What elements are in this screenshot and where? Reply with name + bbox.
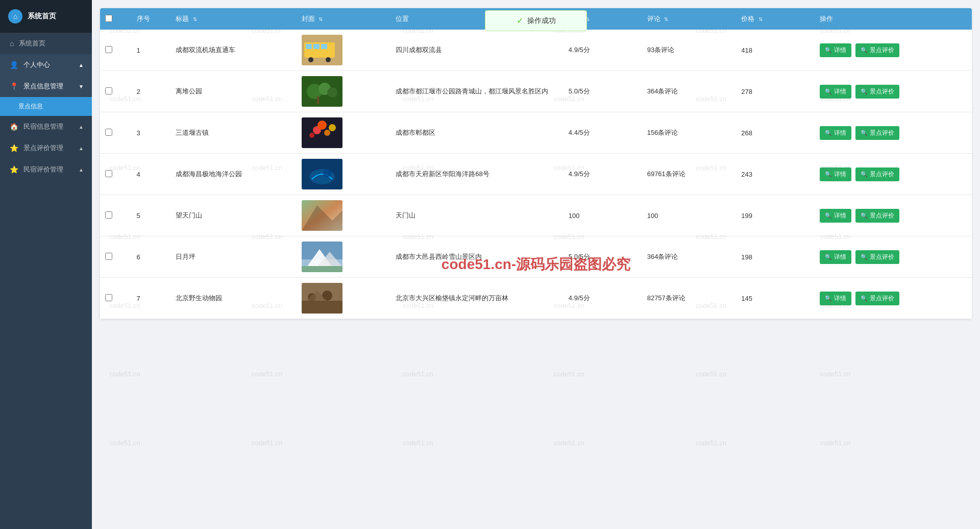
row-check-6[interactable] [100, 236, 132, 278]
detail-label: 详情 [834, 87, 846, 96]
row-checkbox-1[interactable] [105, 46, 112, 53]
review-label: 景点评价 [870, 170, 894, 179]
row-check-7[interactable] [100, 278, 132, 319]
sidebar-item-label: 民宿评价管理 [23, 165, 63, 174]
row-price-5: 199 [736, 195, 815, 236]
sidebar-item-label: 景点信息管理 [23, 82, 63, 91]
detail-button-7[interactable]: 🔍 详情 [820, 292, 851, 305]
row-checkbox-5[interactable] [105, 211, 112, 219]
attraction-icon: 📍 [10, 82, 18, 90]
search-icon: 🔍 [825, 88, 832, 95]
search-icon-2: 🔍 [861, 47, 868, 54]
row-check-2[interactable] [100, 71, 132, 112]
review-button-1[interactable]: 🔍 景点评价 [855, 43, 899, 57]
sidebar-logo[interactable]: ⌂ 系统首页 [0, 0, 92, 33]
row-title-2: 离堆公园 [170, 71, 296, 112]
review-button-5[interactable]: 🔍 景点评价 [855, 209, 899, 223]
row-cover-4 [297, 154, 391, 195]
search-icon: 🔍 [825, 212, 832, 219]
row-comment-6: 364条评论 [642, 236, 737, 278]
search-icon-2: 🔍 [861, 88, 868, 95]
detail-button-1[interactable]: 🔍 详情 [820, 43, 851, 57]
row-title-7: 北京野生动物园 [170, 278, 296, 319]
table-card: 序号 标题 ⇅ 封面 ⇅ 位置 [100, 8, 972, 319]
review-label: 景点评价 [870, 294, 894, 303]
review-button-4[interactable]: 🔍 景点评价 [855, 167, 899, 181]
detail-button-3[interactable]: 🔍 详情 [820, 126, 851, 140]
guesthouse-icon: 🏠 [10, 123, 18, 131]
row-rating-4: 4.9/5分 [564, 154, 642, 195]
select-all-checkbox[interactable] [105, 15, 112, 22]
search-icon-2: 🔍 [861, 295, 868, 302]
success-toast: ✓ 操作成功 [485, 10, 587, 31]
home-icon: ⌂ [10, 39, 14, 47]
review-label: 景点评价 [870, 46, 894, 55]
detail-button-2[interactable]: 🔍 详情 [820, 85, 851, 99]
row-rating-6: 5.0/5分 [564, 236, 642, 278]
row-checkbox-3[interactable] [105, 129, 112, 136]
header-price[interactable]: 价格 ⇅ [736, 8, 815, 30]
sidebar: ⌂ 系统首页 ⌂ 系统首页 👤 个人中心 ▲ 📍 景点信息管理 ▼ 景点信息 🏠… [0, 0, 92, 529]
header-title[interactable]: 标题 ⇅ [170, 8, 296, 30]
header-check[interactable] [100, 8, 132, 30]
profile-icon: 👤 [10, 61, 18, 69]
row-num-1: 1 [132, 30, 171, 71]
review-icon: ⭐ [10, 144, 18, 152]
sort-icon-comment: ⇅ [664, 16, 668, 22]
row-action-5: 🔍 详情 🔍 景点评价 [815, 195, 972, 236]
row-rating-2: 5.0/5分 [564, 71, 642, 112]
row-price-3: 268 [736, 112, 815, 154]
row-check-3[interactable] [100, 112, 132, 154]
header-action: 操作 [815, 8, 972, 30]
sidebar-item-attraction-review[interactable]: ⭐ 景点评价管理 ▲ [0, 137, 92, 159]
row-num-5: 5 [132, 195, 171, 236]
review-button-2[interactable]: 🔍 景点评价 [855, 85, 899, 99]
row-checkbox-6[interactable] [105, 253, 112, 260]
svg-rect-5 [321, 44, 327, 49]
row-rating-5: 100 [564, 195, 642, 236]
svg-point-16 [309, 133, 314, 138]
row-check-4[interactable] [100, 154, 132, 195]
sidebar-item-attraction-mgmt[interactable]: 📍 景点信息管理 ▼ [0, 76, 92, 97]
sidebar-item-guesthouse-mgmt[interactable]: 🏠 民宿信息管理 ▲ [0, 116, 92, 137]
row-price-6: 198 [736, 236, 815, 278]
row-comment-5: 100 [642, 195, 737, 236]
sidebar-item-profile[interactable]: 👤 个人中心 ▲ [0, 54, 92, 76]
header-cover[interactable]: 封面 ⇅ [297, 8, 391, 30]
review-label: 景点评价 [870, 211, 894, 220]
row-price-7: 145 [736, 278, 815, 319]
svg-point-15 [324, 130, 330, 136]
review-label: 景点评价 [870, 129, 894, 137]
logo-text: 系统首页 [28, 12, 56, 21]
row-title-5: 望天门山 [170, 195, 296, 236]
search-icon-2: 🔍 [861, 130, 868, 136]
row-check-5[interactable] [100, 195, 132, 236]
sidebar-item-label: 系统首页 [19, 39, 45, 48]
cover-image-1 [302, 35, 342, 65]
row-location-7: 北京市大兴区榆垡镇永定河畔的万亩林 [390, 278, 564, 319]
row-checkbox-7[interactable] [105, 294, 112, 301]
row-checkbox-4[interactable] [105, 170, 112, 177]
review-button-7[interactable]: 🔍 景点评价 [855, 292, 899, 305]
svg-point-7 [326, 57, 331, 62]
sidebar-item-guesthouse-review[interactable]: ⭐ 民宿评价管理 ▲ [0, 159, 92, 180]
detail-button-4[interactable]: 🔍 详情 [820, 167, 851, 181]
detail-button-5[interactable]: 🔍 详情 [820, 209, 851, 223]
row-checkbox-2[interactable] [105, 87, 112, 94]
detail-button-6[interactable]: 🔍 详情 [820, 250, 851, 264]
sidebar-item-home[interactable]: ⌂ 系统首页 [0, 33, 92, 54]
svg-rect-3 [306, 44, 312, 49]
row-location-4: 成都市天府新区华阳海洋路68号 [390, 154, 564, 195]
detail-label: 详情 [834, 211, 846, 220]
header-comment[interactable]: 评论 ⇅ [642, 8, 737, 30]
row-location-1: 四川成都双流县 [390, 30, 564, 71]
row-title-3: 三道堰古镇 [170, 112, 296, 154]
sidebar-item-label: 民宿信息管理 [23, 122, 63, 131]
row-price-2: 278 [736, 71, 815, 112]
sidebar-item-attraction-info[interactable]: 景点信息 [0, 97, 92, 116]
cover-image-3 [302, 117, 342, 148]
review-button-6[interactable]: 🔍 景点评价 [855, 250, 899, 264]
row-check-1[interactable] [100, 30, 132, 71]
row-action-6: 🔍 详情 🔍 景点评价 [815, 236, 972, 278]
review-button-3[interactable]: 🔍 景点评价 [855, 126, 899, 140]
